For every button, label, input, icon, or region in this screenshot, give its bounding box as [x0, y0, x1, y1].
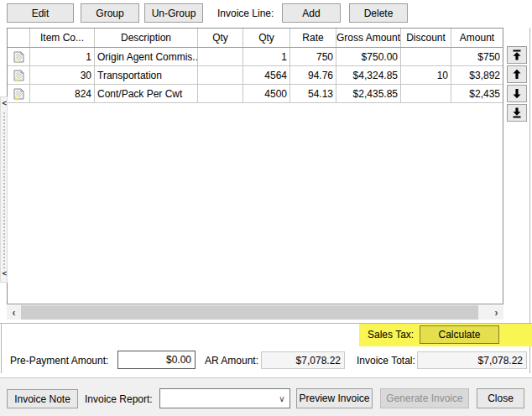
note-icon: [13, 88, 24, 100]
row-cell-item-code: 30: [30, 66, 95, 84]
delete-invoice-line-button[interactable]: Delete: [349, 3, 408, 23]
row-cell-qty2: 4500: [243, 85, 290, 102]
collapse-left-icon[interactable]: <: [1, 99, 8, 107]
invoice-note-button[interactable]: Invoice Note: [7, 389, 78, 408]
row-cell-qty1: [198, 66, 243, 84]
row-cell-gross-amount: $2,435.85: [336, 85, 401, 102]
move-row-up-button[interactable]: [507, 65, 527, 83]
row-cell-icon: [8, 66, 30, 84]
generate-invoice-button[interactable]: Generate Invoice: [380, 388, 469, 408]
row-cell-rate: 54.13: [290, 85, 336, 102]
prepayment-input[interactable]: [117, 351, 196, 369]
invoice-report-label: Invoice Report:: [85, 393, 153, 405]
chevron-down-icon: ∨: [274, 394, 289, 403]
row-cell-discount: 10: [401, 66, 451, 84]
arrow-down-icon: [512, 88, 522, 99]
arrow-up-icon: [512, 69, 522, 80]
calculate-sales-tax-button[interactable]: Calculate: [420, 325, 499, 344]
row-cell-description: Transportation: [95, 66, 198, 84]
row-cell-discount: [401, 85, 451, 102]
prepayment-label: Pre-Payment Amount:: [10, 355, 108, 367]
row-cell-amount: $2,435: [451, 85, 503, 102]
note-icon: [13, 51, 24, 63]
table-row[interactable]: 824 Cont/Pack Per Cwt 4500 54.13 $2,435.…: [8, 85, 503, 103]
row-cell-qty2: 4564: [243, 66, 290, 84]
move-row-to-bottom-button[interactable]: [507, 104, 527, 122]
close-button[interactable]: Close: [477, 388, 524, 408]
add-invoice-line-button[interactable]: Add: [282, 3, 341, 23]
table-header-row: Item Co... Description Qty Qty Rate Gros…: [8, 29, 503, 48]
panel-right-border: [529, 28, 530, 373]
scroll-right-icon[interactable]: ›: [489, 305, 503, 320]
left-splitter[interactable]: < <: [0, 96, 8, 283]
note-icon: [13, 70, 24, 81]
column-header-amount[interactable]: Amount: [451, 29, 503, 47]
ar-amount-label: AR Amount:: [205, 355, 258, 367]
row-cell-qty1: [198, 85, 243, 102]
preview-invoice-button[interactable]: Preview Invoice: [296, 388, 373, 408]
row-cell-description: Cont/Pack Per Cwt: [95, 85, 198, 102]
column-header-qty2[interactable]: Qty: [243, 29, 290, 47]
row-cell-qty1: [198, 48, 243, 65]
column-header-discount[interactable]: Discount: [401, 29, 451, 47]
table-row[interactable]: 1 Origin Agent Commis... 1 750 $750.00 $…: [8, 48, 503, 66]
move-row-down-button[interactable]: [507, 85, 527, 102]
group-button[interactable]: Group: [81, 3, 139, 23]
row-icon-column-header[interactable]: [8, 29, 30, 47]
row-cell-discount: [401, 48, 451, 65]
scroll-left-icon[interactable]: ‹: [7, 305, 21, 320]
row-cell-gross-amount: $4,324.85: [336, 66, 401, 84]
column-header-gross-amount[interactable]: Gross Amount: [336, 29, 401, 47]
collapse-left-icon[interactable]: <: [1, 269, 8, 278]
row-cell-rate: 94.76: [290, 66, 336, 84]
row-cell-amount: $3,892: [451, 66, 503, 84]
footer-panel: Invoice Note Invoice Report: ∨ Preview I…: [0, 377, 532, 416]
horizontal-scrollbar[interactable]: ‹ ›: [7, 305, 503, 320]
column-header-qty1[interactable]: Qty: [198, 29, 243, 47]
row-cell-amount: $750: [451, 48, 503, 65]
sales-tax-label: Sales Tax:: [368, 329, 414, 341]
ar-amount-field: $7,078.22: [261, 351, 345, 369]
panel-left-border: [1, 323, 2, 373]
horizontal-scrollbar-thumb[interactable]: [21, 305, 478, 320]
row-cell-icon: [8, 85, 30, 102]
column-header-description[interactable]: Description: [95, 29, 198, 47]
splitter-grip: [3, 112, 5, 268]
row-cell-gross-amount: $750.00: [336, 48, 401, 65]
invoice-report-select[interactable]: ∨: [159, 388, 290, 408]
row-cell-description: Origin Agent Commis...: [95, 48, 198, 65]
row-cell-item-code: 824: [30, 85, 95, 102]
row-cell-rate: 750: [290, 48, 336, 65]
invoice-total-label: Invoice Total:: [357, 355, 415, 367]
arrow-down-to-bottom-icon: [512, 107, 522, 118]
edit-button[interactable]: Edit: [7, 3, 74, 23]
row-cell-item-code: 1: [30, 48, 95, 65]
table-row[interactable]: 30 Transportation 4564 94.76 $4,324.85 1…: [8, 66, 503, 85]
ungroup-button[interactable]: Un-Group: [144, 3, 203, 23]
move-row-to-top-button[interactable]: [507, 46, 527, 64]
column-header-item-code[interactable]: Item Co...: [30, 29, 95, 47]
invoice-lines-window: Edit Group Un-Group Invoice Line: Add De…: [0, 0, 532, 416]
invoice-line-label: Invoice Line:: [217, 8, 274, 19]
row-cell-icon: [8, 48, 30, 65]
invoice-total-field: $7,078.22: [417, 351, 527, 369]
arrow-up-to-top-icon: [512, 49, 522, 60]
column-header-rate[interactable]: Rate: [290, 29, 336, 47]
invoice-lines-table: Item Co... Description Qty Qty Rate Gros…: [7, 28, 503, 304]
sales-tax-highlight: Sales Tax: Calculate: [359, 324, 532, 346]
row-cell-qty2: 1: [243, 48, 290, 65]
